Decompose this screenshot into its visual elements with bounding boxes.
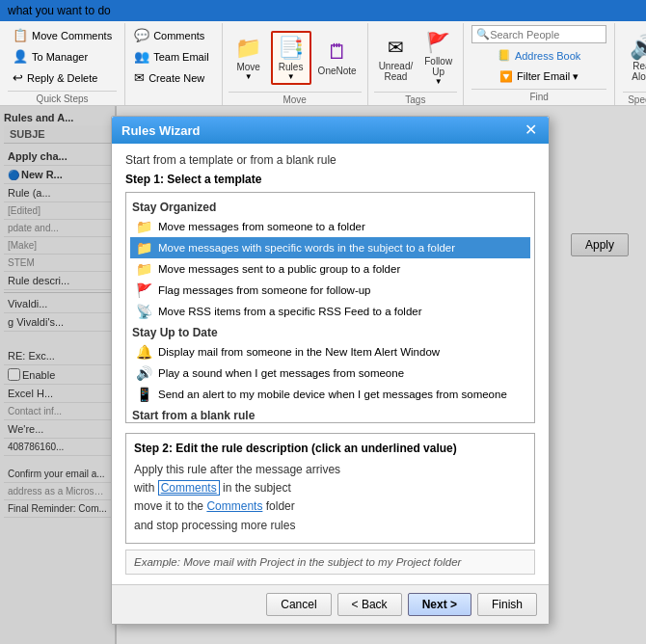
group-header-organized: Stay Organized	[130, 197, 530, 216]
ribbon-group-quick-steps: 📋 Move Comments 👤 To Manager ↩ Reply & D…	[4, 23, 125, 105]
read-aloud-label: Read	[633, 61, 646, 71]
ribbon-group-speech: 🔊 Read Aloud Speech	[615, 23, 646, 105]
step2-line2-suffix: in the subject	[220, 481, 291, 495]
quick-steps-label-2: To Manager	[32, 51, 88, 63]
quick-steps-btn-3[interactable]: ↩ Reply & Delete	[8, 67, 102, 88]
dialog-footer: Cancel < Back Next > Finish	[112, 584, 549, 624]
template-text-1: Move messages from someone to a folder	[158, 221, 525, 232]
cancel-button[interactable]: Cancel	[266, 593, 331, 616]
folder-icon-1: 📁	[136, 219, 152, 234]
search-icon: 🔍	[476, 28, 490, 40]
team-email-btn[interactable]: 👥 Team Email	[129, 46, 213, 67]
move-group-title: Move	[229, 92, 362, 105]
rss-icon: 📡	[136, 304, 152, 319]
reply-delete-icon: ↩	[13, 70, 23, 85]
template-item[interactable]: 📁 Move messages from someone to a folder	[130, 216, 530, 237]
comments-label: Comments	[153, 30, 204, 41]
ribbon-group-move: 📁 Move ▼ 📑 Rules ▼ 🗒 OneNote Move	[223, 23, 368, 105]
template-list[interactable]: Stay Organized 📁 Move messages from some…	[125, 192, 535, 423]
dialog-subtitle: Start from a template or from a blank ru…	[125, 153, 535, 167]
ribbon-group-find: 🔍 📒 Address Book 🔽 Filter Email ▾ Find	[464, 23, 615, 105]
followup-btn[interactable]: 🚩 Follow Up ▼	[419, 26, 457, 89]
step2-line1: Apply this rule after the message arrive…	[134, 461, 526, 479]
step2-line2-prefix: with	[134, 481, 158, 495]
quick-steps-btn-2[interactable]: 👤 To Manager	[8, 46, 93, 67]
followup-label: Follow	[424, 56, 452, 67]
address-book-icon: 📒	[498, 49, 511, 62]
step2-line3: move it to the Comments folder	[134, 497, 526, 516]
rules-icon: 📑	[278, 35, 305, 62]
rules-dropdown-icon: ▼	[287, 72, 295, 81]
address-book-btn[interactable]: 📒 Address Book	[493, 46, 585, 65]
team-email-icon: 👥	[134, 49, 149, 64]
sound-icon: 🔊	[136, 365, 152, 381]
step1-label: Step 1: Select a template	[125, 173, 535, 186]
dialog-close-button[interactable]: ✕	[523, 122, 539, 138]
ribbon-group-misc: 💬 Comments 👥 Team Email ✉ Create New	[125, 23, 222, 105]
template-item[interactable]: 📡 Move RSS items from a specific RSS Fee…	[130, 301, 530, 322]
group-header-uptodate: Stay Up to Date	[130, 322, 530, 341]
find-group-title: Find	[471, 89, 606, 102]
filter-icon: 🔽	[499, 70, 513, 83]
template-item[interactable]: 🚩 Flag messages from someone for follow-…	[130, 280, 530, 301]
followup-dropdown-icon: ▼	[435, 77, 443, 86]
next-button[interactable]: Next >	[408, 593, 471, 616]
to-manager-icon: 👤	[13, 49, 28, 64]
filter-label: Filter Email ▾	[517, 70, 579, 83]
step2-section: Step 2: Edit the rule description (click…	[125, 433, 535, 544]
top-bar-title: what you want to do	[8, 4, 111, 17]
create-new-icon: ✉	[134, 70, 145, 85]
template-text-6: Display mail from someone in the New Ite…	[158, 346, 525, 358]
unread-btn[interactable]: ✉ Unread/ Read	[374, 31, 418, 85]
onenote-btn[interactable]: 🗒 OneNote	[313, 36, 362, 79]
onenote-label: OneNote	[318, 66, 357, 76]
finish-button[interactable]: Finish	[477, 593, 537, 616]
template-text-8: Send an alert to my mobile device when I…	[158, 389, 525, 400]
rules-btn[interactable]: 📑 Rules ▼	[271, 31, 311, 85]
read-label: Read	[384, 71, 407, 82]
step2-line3-prefix: move it to the	[134, 499, 206, 513]
onenote-icon: 🗒	[324, 39, 351, 66]
followup-icon: 🚩	[425, 29, 452, 56]
example-section: Example: Move mail with Project in the s…	[125, 550, 535, 575]
quick-steps-group-title: Quick Steps	[8, 91, 117, 104]
address-book-label: Address Book	[515, 50, 580, 62]
folder-icon-2: 📁	[136, 240, 152, 255]
template-item[interactable]: 🔊 Play a sound when I get messages from …	[130, 362, 530, 384]
read-aloud-icon: 🔊	[631, 34, 646, 61]
dialog-title: Rules Wizard	[121, 123, 201, 138]
step2-comments-link[interactable]: Comments	[158, 480, 220, 496]
step2-folder-link[interactable]: Comments	[206, 499, 262, 513]
speech-group-title: Speech	[623, 92, 646, 105]
move-dropdown-icon: ▼	[245, 72, 253, 81]
template-text-5: Move RSS items from a specific RSS Feed …	[158, 306, 525, 317]
back-button[interactable]: < Back	[337, 593, 402, 616]
template-item[interactable]: 📁 Move messages sent to a public group t…	[130, 258, 530, 280]
template-text-3: Move messages sent to a public group to …	[158, 263, 525, 275]
template-text-2: Move messages with specific words in the…	[158, 242, 525, 254]
filter-email-btn[interactable]: 🔽 Filter Email ▾	[495, 67, 583, 86]
team-email-label: Team Email	[153, 51, 208, 63]
ribbon-group-tags: ✉ Unread/ Read 🚩 Follow Up ▼ Tags	[368, 23, 464, 105]
move-btn[interactable]: 📁 Move ▼	[229, 32, 269, 84]
quick-steps-label-1: Move Comments	[32, 30, 112, 41]
group-header-blank: Start from a blank rule	[130, 405, 530, 423]
rules-wizard-dialog: Rules Wizard ✕ Start from a template or …	[111, 116, 550, 625]
rules-label: Rules	[279, 62, 304, 72]
template-item[interactable]: 📱 Send an alert to my mobile device when…	[130, 384, 530, 405]
template-text-4: Flag messages from someone for follow-up	[158, 284, 525, 296]
top-bar: what you want to do	[0, 0, 646, 21]
dialog-body: Start from a template or from a blank ru…	[112, 144, 549, 584]
template-item-selected[interactable]: 📁 Move messages with specific words in t…	[130, 237, 530, 258]
quick-steps-label-3: Reply & Delete	[27, 72, 97, 84]
search-people-input[interactable]	[490, 29, 596, 40]
alert-icon: 🔔	[136, 344, 152, 360]
step2-label: Step 2: Edit the rule description (click…	[134, 442, 526, 455]
step2-line4: and stop processing more rules	[134, 517, 526, 535]
comments-btn[interactable]: 💬 Comments	[129, 25, 209, 45]
quick-steps-btn-1[interactable]: 📋 Move Comments	[8, 25, 117, 45]
template-item[interactable]: 🔔 Display mail from someone in the New I…	[130, 341, 530, 362]
create-new-btn[interactable]: ✉ Create New	[129, 67, 209, 88]
read-aloud-btn[interactable]: 🔊 Read Aloud	[623, 23, 646, 92]
move-icon: 📁	[235, 35, 262, 62]
